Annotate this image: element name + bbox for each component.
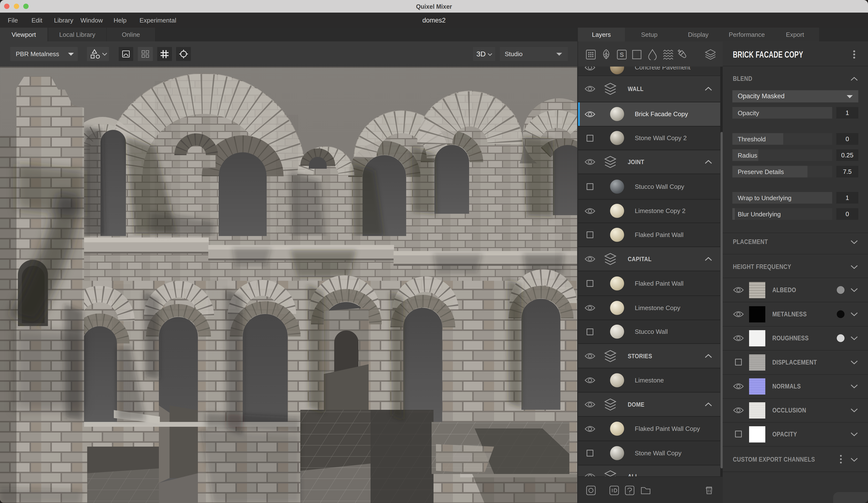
svg-text:S: S: [620, 51, 624, 58]
